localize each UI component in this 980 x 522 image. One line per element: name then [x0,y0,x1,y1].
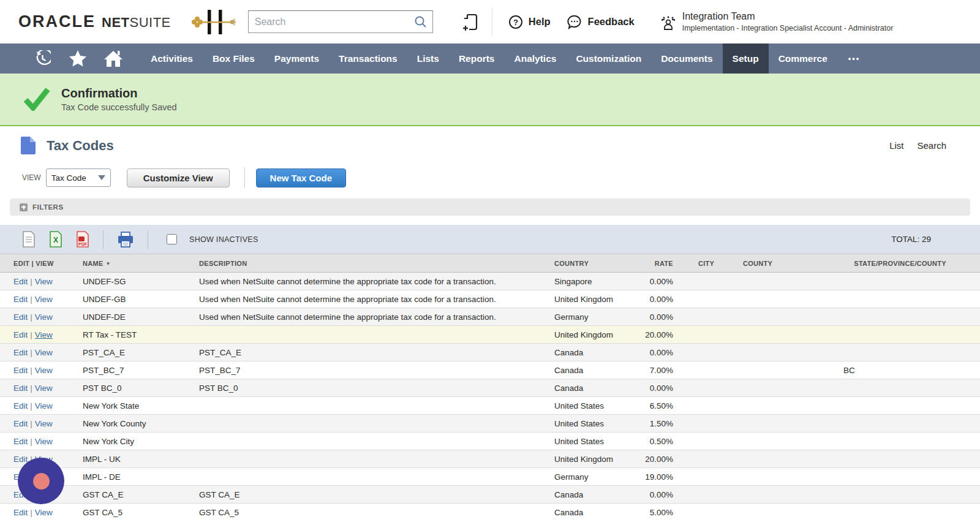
view-link[interactable]: View [35,312,53,322]
edit-link[interactable]: Edit [13,401,28,410]
column-header-description[interactable]: DESCRIPTION [196,254,551,273]
edit-link[interactable]: Edit [13,330,28,339]
show-inactives-checkbox[interactable] [167,234,177,244]
city-cell [677,415,729,433]
nav-item-documents[interactable]: Documents [651,44,722,74]
view-link[interactable]: View [35,295,53,304]
edit-link[interactable]: Edit [13,277,28,286]
edit-link[interactable]: Edit [13,295,28,304]
view-link[interactable]: View [35,348,53,357]
edit-link[interactable]: Edit [13,455,28,464]
edit-link[interactable]: Edit [13,312,28,322]
recording-dot [33,473,50,490]
column-header-rate[interactable]: RATE [634,254,677,273]
column-header-state[interactable]: STATE/PROVINCE/COUNTY [793,254,980,273]
feedback-label: Feedback [588,16,635,28]
city-cell [677,379,729,397]
nav-items: ActivitiesBox FilesPaymentsTransactionsL… [141,44,837,74]
print-button[interactable] [117,232,134,248]
oracle-wordmark: ORACLE [18,12,96,31]
description-cell [196,468,551,486]
nav-item-transactions[interactable]: Transactions [329,44,407,74]
country-cell: United Kingdom [551,450,634,468]
nav-item-activities[interactable]: Activities [141,44,203,74]
nav-item-commerce[interactable]: Commerce [769,44,837,74]
view-link[interactable]: View [35,366,53,375]
view-select-value: Tax Code [51,173,86,183]
state-cell [793,344,980,361]
expand-filters-icon [20,203,28,211]
page-title: Tax Codes [47,138,114,154]
view-select[interactable]: Tax Code [46,168,111,187]
county-cell [729,273,793,290]
edit-link[interactable]: Edit [13,366,28,375]
home-button[interactable] [96,50,131,68]
table-row: Edit|ViewGST CA_5GST CA_5Canada5.00% [0,504,980,521]
rate-cell: 7.00% [634,361,677,379]
country-cell: Canada [551,486,634,504]
help-label: Help [529,16,551,28]
country-cell: Canada [551,504,634,521]
nav-item-lists[interactable]: Lists [407,44,449,74]
export-pdf-button[interactable]: PDF [76,231,89,248]
view-link[interactable]: View [35,384,53,393]
description-cell: PST BC_0 [196,379,551,397]
account-role-switcher[interactable]: Integration Team Implementation - Integr… [660,11,894,32]
nav-overflow-button[interactable]: ••• [837,44,872,74]
column-header-city[interactable]: CITY [677,254,729,273]
nav-item-customization[interactable]: Customization [566,44,651,74]
feedback-button[interactable]: Feedback [567,15,635,29]
view-link[interactable]: View [35,437,53,446]
edit-link[interactable]: Edit [13,384,28,393]
nav-item-setup[interactable]: Setup [723,44,769,74]
rate-cell: 0.50% [634,433,677,450]
table-row: Edit|ViewRT Tax - TESTUnited Kingdom20.0… [0,326,980,344]
name-cell: GST CA_E [80,486,196,504]
view-link[interactable]: View [35,508,53,517]
edit-view-cell: Edit|View [0,290,80,308]
export-csv-button[interactable] [22,231,36,248]
export-excel-button[interactable]: X [49,231,62,248]
search-input[interactable] [248,10,433,33]
nav-item-reports[interactable]: Reports [449,44,505,74]
country-cell: United States [551,415,634,433]
view-link[interactable]: View [35,277,53,286]
nav-item-payments[interactable]: Payments [265,44,329,74]
rate-cell: 20.00% [634,450,677,468]
customize-view-button[interactable]: Customize View [127,168,230,187]
edit-view-separator: | [28,384,35,393]
nav-item-analytics[interactable]: Analytics [504,44,566,74]
shortcuts-button[interactable] [60,50,96,67]
feedback-icon [567,15,582,29]
create-new-button[interactable] [462,13,478,31]
edit-link[interactable]: Edit [13,348,28,357]
column-header-name-label: NAME [83,260,104,267]
column-header-country[interactable]: COUNTRY [551,254,634,273]
filters-bar[interactable]: FILTERS [10,199,970,216]
view-link[interactable]: View [35,419,53,428]
search-link[interactable]: Search [917,140,946,151]
description-cell [196,433,551,450]
new-tax-code-button[interactable]: New Tax Code [256,168,346,187]
search-icon[interactable] [413,15,428,29]
svg-text:?: ? [513,17,518,26]
view-link[interactable]: View [35,401,53,410]
recent-records-button[interactable] [24,50,60,67]
list-link[interactable]: List [889,140,903,151]
nav-item-box-files[interactable]: Box Files [203,44,265,74]
city-cell [677,308,729,326]
column-header-name[interactable]: NAME▼ [80,254,196,273]
view-link[interactable]: View [35,330,53,339]
column-header-county[interactable]: COUNTY [729,254,793,273]
edit-link[interactable]: Edit [13,437,28,446]
rate-cell: 0.00% [634,379,677,397]
edit-link[interactable]: Edit [13,508,28,517]
edit-link[interactable]: Edit [13,419,28,428]
table-row: Edit|ViewUNDEF-SGUsed when NetSuite cann… [0,273,980,290]
country-cell: Canada [551,361,634,379]
help-button[interactable]: ? Help [508,15,551,29]
county-cell [729,379,793,397]
county-cell [729,397,793,415]
table-row: Edit|ViewNew York StateUnited States6.50… [0,397,980,415]
edit-view-cell: Edit|View [0,326,80,344]
